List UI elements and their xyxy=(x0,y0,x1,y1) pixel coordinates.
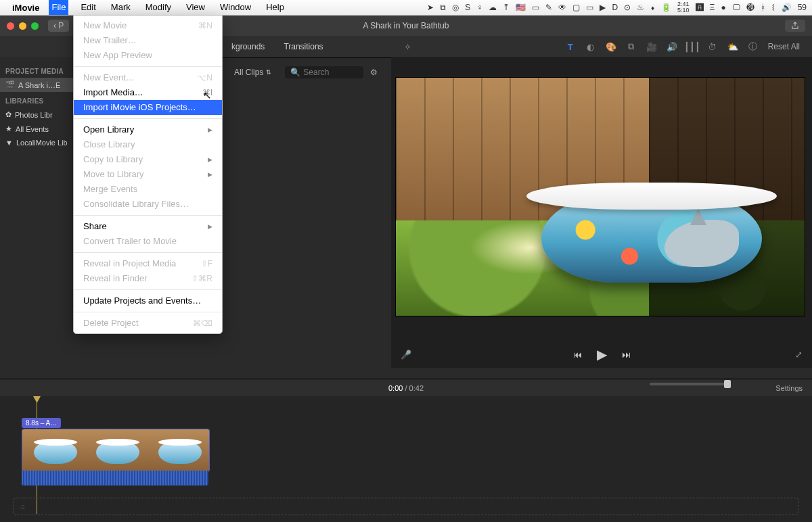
menu-item-label: Convert Trailer to Movie xyxy=(83,235,212,247)
titles-icon[interactable]: T xyxy=(565,41,576,52)
sigma-icon[interactable]: Ξ xyxy=(710,3,715,12)
s-icon[interactable]: S xyxy=(465,3,470,12)
search-placeholder: Search xyxy=(303,68,329,77)
back-button[interactable]: ‹ P xyxy=(48,20,69,32)
location-icon[interactable]: ➤ xyxy=(427,3,434,12)
menubar-clock[interactable]: 2:41 5:10 xyxy=(677,1,690,14)
volume-icon[interactable]: 🔊 xyxy=(782,3,792,12)
drop-icon[interactable]: ⬧ xyxy=(650,3,655,12)
file-menu-item[interactable]: Import Media…⌘I xyxy=(74,85,222,100)
info-icon[interactable]: ⓘ xyxy=(748,41,759,52)
sidebar-all-events[interactable]: ★ All Events xyxy=(0,122,74,136)
headphones-icon[interactable]: ♀ xyxy=(476,3,482,12)
crop-icon[interactable]: ⧉ xyxy=(626,41,637,52)
minimize-window-button[interactable] xyxy=(19,22,26,30)
file-menu-item: Reveal in Finder⇧⌘R xyxy=(74,271,222,286)
timecode-current: 0:00 xyxy=(388,384,403,392)
color-correction-icon[interactable]: 🎨 xyxy=(606,41,616,52)
sidebar-local-library[interactable]: ▼ LocaliMovie Lib xyxy=(0,136,74,149)
eye-icon[interactable]: 👁 xyxy=(558,3,566,12)
menu-help[interactable]: Help xyxy=(263,0,287,15)
file-menu-item: Convert Trailer to Movie xyxy=(74,234,222,249)
menu-modify[interactable]: Modify xyxy=(143,0,174,15)
filter-icon[interactable]: ⛅ xyxy=(727,41,738,52)
file-menu-item: New App Preview xyxy=(74,48,222,63)
fullscreen-icon[interactable]: ⤢ xyxy=(795,350,803,360)
preview-canvas[interactable] xyxy=(395,77,805,316)
d-icon[interactable]: D xyxy=(612,3,618,12)
timeline-panel[interactable]: 8.8s – A… ♫ xyxy=(0,396,812,522)
timeline-settings-button[interactable]: Settings xyxy=(775,384,803,392)
flame-icon[interactable]: ♨ xyxy=(637,3,644,12)
file-menu-item: Delete Project⌘⌫ xyxy=(74,316,222,331)
speed-icon[interactable]: ⏱ xyxy=(707,41,718,52)
battery-icon[interactable]: 🔋 xyxy=(661,3,671,12)
zoom-window-button[interactable] xyxy=(31,22,39,30)
rect-icon[interactable]: ▭ xyxy=(586,3,593,12)
wand-icon[interactable]: ✧ xyxy=(402,41,413,52)
browser-settings-icon[interactable]: ⚙ xyxy=(370,68,378,77)
reset-all-button[interactable]: Reset All xyxy=(768,42,800,51)
color-balance-icon[interactable]: ◐ xyxy=(585,41,596,52)
clip-thumb[interactable] xyxy=(22,429,85,471)
search-input[interactable]: 🔍 Search xyxy=(285,66,363,78)
file-menu-item[interactable]: Share xyxy=(74,219,222,234)
section-project-media: PROJECT MEDIA xyxy=(0,62,74,78)
all-clips-label: All Clips xyxy=(234,68,263,77)
flag-icon[interactable]: 🇺🇸 xyxy=(516,3,526,12)
file-menu-item: Copy to Library xyxy=(74,152,222,167)
next-button[interactable]: ⏭ xyxy=(622,350,631,360)
all-clips-dropdown[interactable]: All Clips ⇅ xyxy=(234,68,271,77)
calendar-icon[interactable]: ⓴ xyxy=(746,3,754,12)
file-menu-item[interactable]: Open Library xyxy=(74,122,222,137)
clip-thumb[interactable] xyxy=(147,429,209,471)
close-window-button[interactable] xyxy=(7,22,14,30)
menu-item-label: Consolidate Library Files… xyxy=(83,198,212,210)
display-icon[interactable]: ▢ xyxy=(572,3,580,12)
sidebar-photos-library[interactable]: ✿ Photos Libr xyxy=(0,108,74,122)
stabilize-icon[interactable]: 🎥 xyxy=(646,41,657,52)
menu-item-label: New Trailer… xyxy=(83,34,212,47)
tab-transitions[interactable]: Transitions xyxy=(274,42,332,51)
cc-icon[interactable]: ◎ xyxy=(452,3,459,12)
circle-icon[interactable]: ⊙ xyxy=(624,3,631,12)
timeline-zoom-slider[interactable] xyxy=(650,383,731,385)
play-icon[interactable]: ▶ xyxy=(600,3,606,12)
menu-item-shortcut: ⇧F xyxy=(201,258,212,270)
tv-icon[interactable]: ▭ xyxy=(532,3,539,12)
bluetooth-icon[interactable]: ᚼ xyxy=(761,3,765,12)
equalizer-icon[interactable]: ┃┃┃ xyxy=(687,41,698,52)
music-note-icon: ♫ xyxy=(20,502,25,511)
file-menu-item: Move to Library xyxy=(74,167,222,182)
sidebar-project-row[interactable]: 🎬 A Shark i…E xyxy=(0,78,74,92)
dot-icon[interactable]: ● xyxy=(721,3,725,12)
menu-edit[interactable]: Edit xyxy=(78,0,98,15)
file-menu-item[interactable]: Update Projects and Events… xyxy=(74,293,222,308)
menu-file[interactable]: File xyxy=(49,0,68,15)
tab-backgrounds[interactable]: kgrounds xyxy=(222,42,274,51)
music-track-empty[interactable]: ♫ xyxy=(14,498,798,515)
monitor-icon[interactable]: 🖵 xyxy=(732,3,740,12)
cloud-icon[interactable]: ☁ xyxy=(489,3,497,12)
prev-button[interactable]: ⏮ xyxy=(573,350,582,360)
up-icon[interactable]: ⤒ xyxy=(503,3,510,12)
play-button[interactable]: ▶ xyxy=(597,346,607,362)
clip-strip[interactable] xyxy=(22,429,210,472)
wifi-icon[interactable]: ⧙ xyxy=(771,3,775,12)
section-libraries: LIBRARIES xyxy=(0,92,74,108)
clip-label[interactable]: 8.8s – A… xyxy=(22,418,61,428)
clip-audio-waveform[interactable] xyxy=(22,471,208,485)
file-menu-item[interactable]: Import iMovie iOS Projects… xyxy=(74,100,222,115)
zoom-knob[interactable] xyxy=(724,380,731,388)
menu-window[interactable]: Window xyxy=(217,0,254,15)
menu-view[interactable]: View xyxy=(183,0,208,15)
dropbox-icon[interactable]: ⧉ xyxy=(440,3,446,12)
share-button[interactable] xyxy=(785,20,805,32)
volume-tool-icon[interactable]: 🔊 xyxy=(667,41,677,52)
timeline-header: 0:00 / 0:42 Settings xyxy=(0,379,812,397)
clip-thumb[interactable] xyxy=(85,429,147,471)
app-name[interactable]: iMovie xyxy=(12,3,39,13)
evernote-icon[interactable]: ✎ xyxy=(545,3,552,12)
menu-mark[interactable]: Mark xyxy=(108,0,133,15)
a-box-icon[interactable]: 🅰 xyxy=(696,3,704,12)
